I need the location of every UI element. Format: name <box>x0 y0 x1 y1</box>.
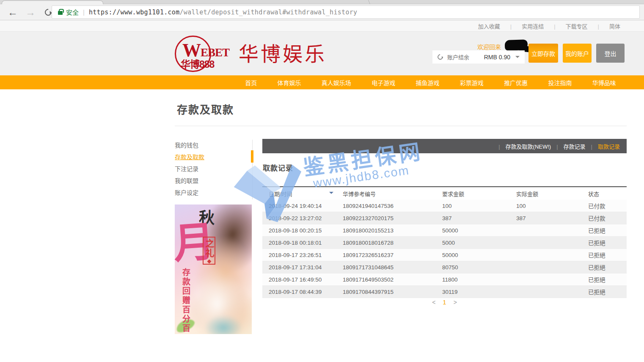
column-header[interactable]: 实际金额 <box>510 190 582 198</box>
prev-page-button[interactable]: < <box>432 299 435 306</box>
sort-desc-icon[interactable] <box>329 192 333 196</box>
table-row[interactable]: 2018-09-17 17:31:04 1809171731048645 807… <box>262 261 627 274</box>
main-nav-items: 首页体育娱乐真人娱乐场电子游戏捕鱼游戏彩票游戏推广优惠投注指南华博品味 <box>235 75 626 89</box>
table-row[interactable]: 2018-09-18 00:20:15 1809180020155213 500… <box>262 224 627 237</box>
nav-item[interactable]: 真人娱乐场 <box>322 78 351 87</box>
browser-toolbar: ← → 安全 | https://www.wbg1101.com/wallet/… <box>0 4 644 20</box>
banner-illustration-ribbon <box>204 315 242 334</box>
section-title: 取款记录 <box>263 162 293 173</box>
sidebar-item[interactable]: 下注记录 <box>175 164 247 176</box>
nav-item[interactable]: 体育娱乐 <box>277 78 301 87</box>
cell-datetime: 2018-09-18 00:18:01 <box>262 240 336 246</box>
cell-requested-amount: 100 <box>436 203 510 209</box>
column-header[interactable]: 要求金额 <box>436 190 510 198</box>
sidebar-item[interactable]: 我的联盟 <box>175 176 247 188</box>
sidebar-item[interactable]: 账户设定 <box>175 188 247 200</box>
cell-datetime: 2018-09-17 16:49:50 <box>262 276 336 283</box>
column-header[interactable]: 日期/时间 <box>262 190 336 198</box>
cell-reference-number: 1809241940147536 <box>336 203 436 209</box>
column-header[interactable]: 状态 <box>582 190 627 198</box>
address-bar[interactable]: 安全 | https://www.wbg1101.com/wallet/depo… <box>52 6 640 19</box>
url-domain: https://www.wbg1101.com <box>89 8 180 16</box>
cell-requested-amount: 387 <box>436 215 510 221</box>
banner-seal-dot <box>207 259 211 263</box>
nav-item[interactable]: 捕鱼游戏 <box>416 78 439 87</box>
cell-status: 已拒絕 <box>582 238 627 247</box>
cell-reference-number: 1809171649503502 <box>336 276 436 283</box>
my-account-button[interactable]: 我的账户 <box>563 44 592 63</box>
utility-link[interactable]: 实用连结 <box>522 22 565 30</box>
browser-tab-edge <box>368 0 375 4</box>
wallet-tab[interactable]: 取款记录 <box>586 142 620 150</box>
sidebar-item[interactable]: 存款及取款 <box>175 152 247 164</box>
cell-status: 已拒絕 <box>582 251 627 259</box>
cell-datetime: 2018-09-18 00:20:15 <box>262 227 336 234</box>
welcome-text: 欢迎回来 <box>477 42 501 51</box>
cell-reference-number: 1809221327020175 <box>336 215 436 221</box>
withdrawal-table: 日期/时间华博参考编号要求金额实际金额状态 2018-09-24 19:40:1… <box>262 186 627 298</box>
nav-item[interactable]: 电子游戏 <box>372 78 395 87</box>
balance-dropdown-icon[interactable] <box>515 56 520 60</box>
banner-seal-box: 之礼 <box>203 237 215 265</box>
cell-reference-number: 1809180020155213 <box>336 227 436 234</box>
nav-item[interactable]: 推广优惠 <box>504 78 528 87</box>
cell-requested-amount: 5000 <box>436 240 510 246</box>
table-row[interactable]: 2018-09-17 08:44:39 1809170844397915 301… <box>262 286 627 298</box>
cell-requested-amount: 11800 <box>436 276 510 283</box>
wallet-tab[interactable]: 存款及取款(NEW!) <box>493 142 551 150</box>
page-body: 存款及取款 我的钱包存款及取款下注记录我的联盟账户设定 秋 月 之礼 存款回赠百… <box>0 89 644 362</box>
utility-link[interactable]: 下载专区 <box>566 22 609 30</box>
cell-requested-amount: 30119 <box>436 289 510 295</box>
nav-item[interactable]: 首页 <box>245 78 257 87</box>
back-button[interactable]: ← <box>8 7 18 17</box>
promo-banner[interactable]: 秋 月 之礼 存款回赠百分百 <box>175 204 252 334</box>
nav-item[interactable]: 华博品味 <box>592 78 616 87</box>
nav-item[interactable]: 投注指南 <box>548 78 572 87</box>
cell-datetime: 2018-09-17 23:26:51 <box>262 252 336 258</box>
site-name: 华博娱乐 <box>239 38 327 67</box>
page-title: 存款及取款 <box>177 101 234 116</box>
cell-requested-amount: 80750 <box>436 264 510 271</box>
cell-datetime: 2018-09-22 13:27:02 <box>262 215 336 221</box>
wallet-tab[interactable]: 存款记录 <box>551 142 585 150</box>
next-page-button[interactable]: > <box>454 299 457 306</box>
site-header: WEBET 华博888 华博娱乐 欢迎回来 账户结余 RMB 0.90 立即存款… <box>0 32 644 75</box>
sidebar-item[interactable]: 我的钱包 <box>175 141 247 152</box>
table-row[interactable]: 2018-09-17 23:26:51 1809172326516237 500… <box>262 249 627 261</box>
utility-bar: 加入收藏实用连结下载专区简体 <box>0 20 644 32</box>
cell-status: 已拒絕 <box>582 275 627 284</box>
logo-brand-sub: 华博888 <box>181 56 214 71</box>
cell-actual-amount: 100 <box>510 203 582 209</box>
cell-status: 已拒絕 <box>582 287 627 296</box>
table-row[interactable]: 2018-09-18 00:18:01 1809180018016728 500… <box>262 237 627 249</box>
logout-button[interactable]: 登出 <box>596 44 625 63</box>
secure-lock-icon <box>58 11 63 15</box>
cell-status: 已拒絕 <box>582 226 627 235</box>
banner-seal-text: 之礼 <box>203 239 215 258</box>
forward-button[interactable]: → <box>25 7 36 17</box>
cell-datetime: 2018-09-17 17:31:04 <box>262 264 336 271</box>
utility-link[interactable]: 简体 <box>609 22 620 30</box>
page-number[interactable]: 1 <box>443 298 446 306</box>
wallet-tab-bar: 存款及取款(NEW!)存款记录取款记录 <box>262 139 627 153</box>
nav-item[interactable]: 彩票游戏 <box>460 78 484 87</box>
table-row[interactable]: 2018-09-24 19:40:14 1809241940147536 100… <box>262 200 627 212</box>
cell-requested-amount: 50000 <box>436 227 510 234</box>
column-header[interactable]: 华博参考编号 <box>336 190 436 198</box>
sidebar-divider <box>252 140 253 199</box>
table-row[interactable]: 2018-09-17 16:49:50 1809171649503502 118… <box>262 274 627 286</box>
balance-value: RMB 0.90 <box>484 54 510 61</box>
banner-vertical-slogan: 存款回赠百分百 <box>180 268 191 333</box>
site-logo[interactable]: WEBET 华博888 华博娱乐 <box>175 34 327 67</box>
cell-reference-number: 1809180018016728 <box>336 240 436 246</box>
secure-label: 安全 <box>66 8 79 17</box>
cell-reference-number: 1809171731048645 <box>336 264 436 271</box>
utility-link[interactable]: 加入收藏 <box>478 22 522 30</box>
balance-box[interactable]: 账户结余 RMB 0.90 <box>432 50 525 64</box>
url-path: /wallet/deposit_withdrawal#withdrawal_hi… <box>180 8 358 16</box>
cell-reference-number: 1809170844397915 <box>336 289 436 295</box>
table-row[interactable]: 2018-09-22 13:27:02 1809221327020175 387… <box>262 212 627 224</box>
deposit-now-button[interactable]: 立即存款 <box>528 44 558 63</box>
refresh-balance-icon[interactable] <box>436 53 444 61</box>
table-body: 2018-09-24 19:40:14 1809241940147536 100… <box>262 200 627 298</box>
